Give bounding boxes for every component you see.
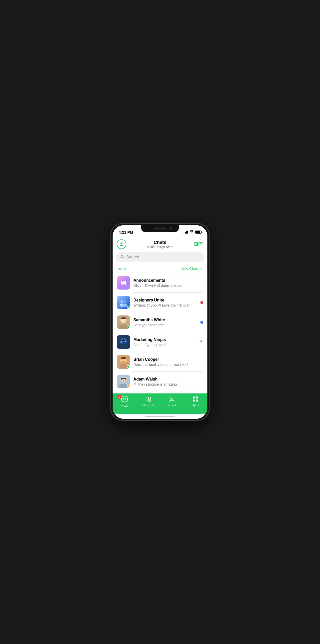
compose-button[interactable]	[194, 239, 203, 249]
status-icons	[184, 230, 201, 234]
chat-status	[199, 339, 203, 345]
chat-item-sf-event-team[interactable]: SF event team Allan: Sent an image desig…	[113, 391, 207, 393]
apps-icon	[192, 395, 199, 403]
online-indicator	[127, 385, 130, 388]
chat-preview: Does this qualify for an office joke?	[133, 363, 203, 367]
chat-name: Designers Unite	[133, 298, 197, 302]
invite-button[interactable]: Invite	[117, 266, 126, 271]
chat-name: Adam Walsh	[133, 377, 203, 382]
speaker	[154, 228, 166, 229]
svg-point-4	[120, 300, 124, 303]
chat-status	[200, 321, 203, 324]
app-content: Chats Alpha Design Team	[113, 236, 207, 419]
svg-rect-52	[193, 400, 195, 402]
nav-item-contacts[interactable]: Contacts	[160, 395, 184, 407]
unread-badge	[200, 321, 203, 324]
chat-list: Announcements Oliver: Town Hall dates ar…	[113, 273, 207, 393]
svg-point-7	[122, 304, 127, 307]
nav-badge-chats: 2	[117, 394, 122, 399]
svg-rect-53	[196, 400, 198, 402]
nav-item-chats[interactable]: 2 Chats	[113, 395, 136, 408]
svg-line-47	[148, 398, 149, 399]
chat-info: Marketing Ninjas Susan: Sync up at 3?	[133, 337, 196, 347]
avatar-announcements	[117, 276, 130, 290]
nav-label-channels: Channels	[142, 404, 154, 407]
chat-item-samantha-white[interactable]: Samantha White Sent you the report	[113, 312, 207, 332]
svg-point-21	[122, 361, 125, 363]
svg-rect-50	[193, 396, 195, 399]
chat-name: Announcements	[133, 278, 203, 283]
bottom-nav: 2 Chats	[113, 393, 207, 414]
chat-preview: William: @Bob W Love the first draft!	[133, 303, 197, 307]
svg-rect-15	[120, 343, 127, 344]
action-row: Invite New Channel	[113, 264, 207, 273]
phone-screen: 4:21 PM	[113, 225, 207, 419]
header: Chats Alpha Design Team	[113, 236, 207, 251]
mute-icon	[199, 339, 203, 345]
chat-info: Brian Cooper Does this qualify for an of…	[133, 357, 203, 367]
avatar-wrap	[117, 296, 130, 309]
signal-icon	[184, 231, 188, 234]
chat-preview: Susan: Sync up at 3?	[133, 343, 196, 347]
unread-badge	[200, 301, 203, 304]
wifi-icon	[190, 230, 194, 234]
search-bar[interactable]: Search	[116, 252, 204, 262]
chat-name: Samantha White	[133, 318, 197, 322]
avatar-wrap	[117, 276, 130, 290]
svg-rect-1	[194, 242, 197, 245]
avatar-marketing	[117, 335, 130, 349]
camera	[169, 227, 172, 230]
avatar-wrap	[117, 375, 130, 388]
volume-up-button[interactable]	[110, 259, 111, 269]
nav-label-apps: Apps	[192, 404, 199, 407]
chat-status	[200, 301, 203, 304]
avatar-wrap	[117, 335, 130, 349]
svg-rect-19	[120, 361, 121, 362]
chat-info: Samantha White Sent you the report	[133, 318, 197, 327]
header-subtitle: Alpha Design Team	[147, 245, 173, 249]
nav-item-apps[interactable]: Apps	[184, 395, 208, 407]
svg-rect-20	[126, 361, 127, 362]
svg-point-44	[146, 398, 148, 400]
chat-name: Brian Cooper	[133, 357, 203, 362]
svg-point-5	[123, 300, 127, 303]
chat-info: Designers Unite William: @Bob W Love the…	[133, 298, 197, 307]
svg-point-14	[125, 340, 126, 342]
user-avatar[interactable]	[117, 239, 126, 249]
avatar-wrap	[117, 355, 130, 369]
svg-rect-25	[121, 379, 122, 380]
chat-info: Adam Walsh ✉ The response is amazing	[133, 377, 203, 386]
chat-item-announcements[interactable]: Announcements Oliver: Town Hall dates ar…	[113, 273, 207, 293]
svg-point-0	[120, 242, 122, 244]
nav-label-contacts: Contacts	[166, 404, 177, 407]
svg-point-27	[122, 380, 125, 382]
chat-item-adam-walsh[interactable]: Adam Walsh ✉ The response is amazing	[113, 372, 207, 391]
chat-info: Announcements Oliver: Town Hall dates ar…	[133, 278, 203, 288]
chat-item-brian-cooper[interactable]: Brian Cooper Does this qualify for an of…	[113, 352, 207, 372]
online-indicator	[127, 326, 130, 329]
new-channel-button[interactable]: New Channel	[181, 266, 203, 271]
header-center: Chats Alpha Design Team	[147, 240, 173, 249]
mute-button[interactable]	[110, 251, 111, 257]
header-title: Chats	[147, 240, 173, 245]
notch	[141, 225, 179, 232]
battery-icon	[195, 231, 201, 234]
chat-item-marketing-ninjas[interactable]: Marketing Ninjas Susan: Sync up at 3?	[113, 332, 207, 352]
nav-icon-wrap: 2	[121, 395, 128, 404]
channels-icon	[145, 395, 152, 403]
svg-rect-26	[125, 379, 126, 380]
volume-down-button[interactable]	[110, 273, 111, 283]
svg-point-13	[120, 341, 122, 343]
svg-rect-24	[121, 378, 126, 379]
search-icon	[120, 255, 124, 260]
home-indicator	[113, 414, 207, 419]
nav-item-channels[interactable]: Channels	[136, 395, 160, 407]
chat-item-designers-unite[interactable]: Designers Unite William: @Bob W Love the…	[113, 293, 207, 312]
status-time: 4:21 PM	[119, 230, 133, 234]
phone-frame: 4:21 PM	[111, 223, 209, 421]
chat-preview: Sent you the report	[133, 323, 197, 327]
avatar-wrap	[117, 315, 130, 329]
envelope-icon: ✉	[133, 382, 136, 386]
svg-line-48	[148, 400, 149, 400]
power-button[interactable]	[209, 264, 210, 279]
